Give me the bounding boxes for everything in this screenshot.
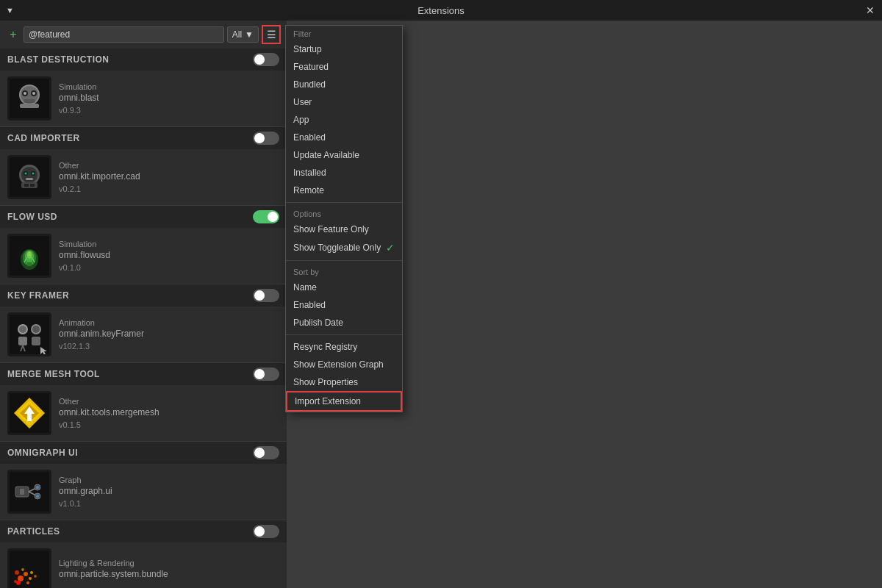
svg-rect-42 [20, 489, 24, 495]
ext-package-omni: omni.graph.ui [59, 486, 279, 496]
svg-point-57 [26, 581, 29, 584]
filter-dropdown[interactable]: All ▼ [227, 26, 259, 43]
add-extension-button[interactable]: + [6, 27, 21, 42]
left-panel: + All ▼ ☰ BLAST DESTRUCTION [0, 21, 287, 588]
ext-detail-omni: Graph omni.graph.ui v1.0.1 [0, 464, 287, 520]
menu-item-show-toggleable-only[interactable]: Show Toggleable Only ✓ [286, 238, 402, 257]
menu-label-enabled: Enabled [293, 132, 326, 143]
extension-group-blast: BLAST DESTRUCTION [0, 49, 287, 127]
ext-info-blast: Simulation omni.blast v0.9.3 [59, 82, 279, 115]
ext-info-cad: Other omni.kit.importer.cad v0.2.1 [59, 161, 279, 193]
ext-detail-flow: Simulation omni.flowusd v0.1.0 [0, 228, 287, 284]
ext-category-keyframer: Animation [59, 318, 279, 327]
close-button[interactable]: ✕ [864, 4, 876, 16]
search-bar: + All ▼ ☰ [0, 21, 287, 49]
ext-version-keyframer: v102.1.3 [59, 342, 279, 351]
search-input[interactable] [24, 26, 224, 43]
extension-group-omni: OMNIGRAPH UI [0, 442, 287, 520]
menu-item-app[interactable]: App [286, 111, 402, 129]
menu-item-show-feature-only[interactable]: Show Feature Only [286, 220, 402, 238]
ext-name-merge: MERGE MESH TOOL [7, 369, 100, 379]
ext-info-merge: Other omni.kit.tools.mergemesh v0.1.5 [59, 397, 279, 429]
ext-detail-keyframer: Animation omni.anim.keyFramer v102.1.3 [0, 306, 287, 362]
menu-item-startup[interactable]: Startup [286, 40, 402, 58]
menu-item-remote[interactable]: Remote [286, 182, 402, 199]
title-bar-left: ▼ [6, 6, 14, 15]
svg-point-50 [18, 576, 24, 581]
menu-label-show-toggleable-only: Show Toggleable Only [293, 243, 381, 253]
menu-label-app: App [293, 115, 309, 125]
ext-package-particles: omni.particle.system.bundle [59, 569, 279, 579]
menu-item-sort-name[interactable]: Name [286, 279, 402, 296]
menu-divider-3 [286, 334, 402, 335]
extension-list[interactable]: BLAST DESTRUCTION [0, 49, 287, 588]
ext-icon-cad [7, 155, 51, 199]
ext-icon-omni [7, 470, 51, 514]
menu-item-sort-enabled[interactable]: Enabled [286, 296, 402, 314]
extension-group-particles: PARTICLES [0, 520, 287, 588]
svg-point-6 [32, 92, 35, 95]
ext-category-particles: Lighting & Rendering [59, 559, 279, 567]
toggle-merge[interactable] [253, 368, 279, 381]
menu-item-update-available[interactable]: Update Available [286, 146, 402, 164]
ext-icon-flow [7, 234, 51, 278]
menu-item-show-properties[interactable]: Show Properties [286, 373, 402, 391]
menu-label-installed: Installed [293, 168, 326, 178]
menu-item-resync-registry[interactable]: Resync Registry [286, 338, 402, 356]
toggle-particles[interactable] [253, 525, 279, 538]
menu-item-featured[interactable]: Featured [286, 58, 402, 76]
ext-info-keyframer: Animation omni.anim.keyFramer v102.1.3 [59, 318, 279, 351]
ext-detail-cad: Other omni.kit.importer.cad v0.2.1 [0, 149, 287, 205]
menu-item-import-extension[interactable]: Import Extension [286, 391, 402, 412]
toggle-cad[interactable] [253, 132, 279, 145]
toggle-flow[interactable] [253, 210, 279, 223]
toggle-keyframer[interactable] [253, 289, 279, 302]
ext-category-cad: Other [59, 161, 279, 170]
extension-group-cad: CAD IMPORTER [0, 127, 287, 206]
ext-icon-keyframer [7, 312, 51, 356]
ext-icon-particles [7, 548, 51, 588]
toggle-blast[interactable] [253, 53, 279, 66]
menu-label-sort-name: Name [293, 282, 317, 293]
menu-label-bundled: Bundled [293, 79, 326, 90]
window-dropdown[interactable]: ▼ [6, 6, 14, 15]
ext-package-blast: omni.blast [59, 93, 279, 103]
ext-icon-merge [7, 391, 51, 435]
menu-label-resync-registry: Resync Registry [293, 342, 357, 352]
menu-item-bundled[interactable]: Bundled [286, 76, 402, 93]
menu-button[interactable]: ☰ [262, 25, 281, 44]
svg-rect-25 [10, 315, 49, 354]
menu-item-user[interactable]: User [286, 93, 402, 111]
ext-version-blast: v0.9.3 [59, 106, 279, 115]
menu-label-show-feature-only: Show Feature Only [293, 224, 369, 234]
dropdown-menu: Filter Startup Featured Bundled User App… [285, 25, 403, 412]
ext-info-particles: Lighting & Rendering omni.particle.syste… [59, 559, 279, 582]
svg-point-52 [15, 570, 19, 575]
main-container: + All ▼ ☰ BLAST DESTRUCTION [0, 21, 882, 588]
menu-item-show-extension-graph[interactable]: Show Extension Graph [286, 356, 402, 373]
menu-item-installed[interactable]: Installed [286, 164, 402, 182]
svg-point-48 [36, 495, 39, 498]
ext-info-flow: Simulation omni.flowusd v0.1.0 [59, 240, 279, 272]
ext-version-cad: v0.2.1 [59, 184, 279, 193]
menu-label-remote: Remote [293, 185, 324, 196]
ext-category-flow: Simulation [59, 240, 279, 248]
svg-point-56 [30, 571, 33, 574]
extension-group-flow: FLOW USD [0, 206, 287, 284]
ext-detail-blast: Simulation omni.blast v0.9.3 [0, 71, 287, 126]
menu-label-startup: Startup [293, 44, 322, 54]
ext-category-merge: Other [59, 397, 279, 406]
ext-header-cad: CAD IMPORTER [0, 127, 287, 149]
ext-header-blast: BLAST DESTRUCTION [0, 49, 287, 71]
extension-group-keyframer: KEY FRAMER [0, 284, 287, 363]
menu-item-enabled[interactable]: Enabled [286, 129, 402, 146]
menu-item-sort-publish-date[interactable]: Publish Date [286, 314, 402, 331]
ext-detail-particles: Lighting & Rendering omni.particle.syste… [0, 542, 287, 588]
extension-group-merge: MERGE MESH TOOL [0, 363, 287, 442]
ext-package-flow: omni.flowusd [59, 250, 279, 260]
ext-package-merge: omni.kit.tools.mergemesh [59, 407, 279, 417]
ext-header-merge: MERGE MESH TOOL [0, 363, 287, 385]
ext-version-merge: v0.1.5 [59, 420, 279, 429]
ext-name-omni: OMNIGRAPH UI [7, 448, 78, 458]
toggle-omni[interactable] [253, 446, 279, 459]
